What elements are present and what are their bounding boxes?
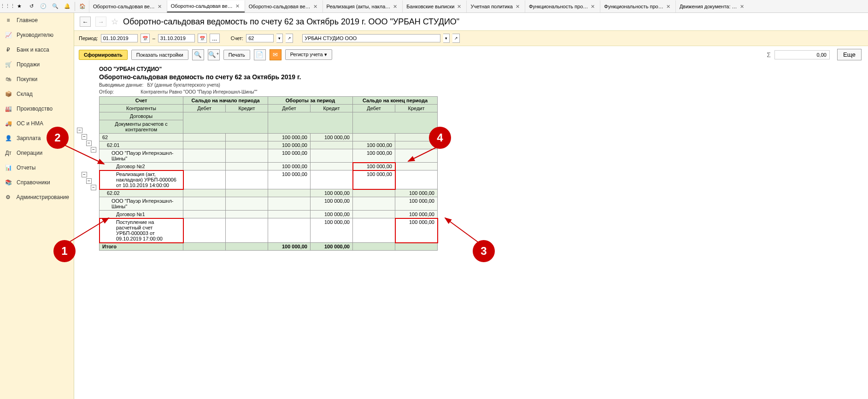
report-cell-label[interactable]: Договор №2 [100,163,183,170]
report-cell-value: 100 000,00 [268,163,311,170]
favorite-icon[interactable]: ☆ [111,17,118,27]
report-cell-label[interactable]: 62.02 [100,189,183,197]
tree-toggle[interactable]: − [91,147,96,153]
history-icon[interactable]: 🕘 [38,1,49,12]
report-cell-value: 100 000,00 [311,189,353,197]
account-dropdown[interactable]: ▾ [276,34,283,43]
email-button[interactable]: ✉ [270,49,282,60]
tree-toggle[interactable]: − [82,134,87,140]
account-input[interactable] [246,34,274,42]
report-cell-value [183,170,226,189]
report-cell-value [226,163,268,170]
tree-toggle[interactable]: − [86,178,92,184]
sidebar-item[interactable]: ДтОперации [0,146,74,160]
sidebar-item[interactable]: 🏭Производство [0,101,74,116]
calendar-from-icon[interactable]: 📅 [141,34,150,43]
settings-button[interactable]: Показать настройки [131,50,188,60]
date-from-input[interactable] [101,34,138,42]
report-cell-value [353,134,395,141]
report-cell-label[interactable]: 62.01 [100,141,183,149]
main-layout: ≡Главное📈Руководителю₽Банк и касса🛒Прода… [0,13,868,399]
report-cell-value [226,211,268,218]
report-cell-value [311,141,353,149]
account-open-button[interactable]: ↗ [286,34,293,43]
tab[interactable]: Учетная политика✕ [466,0,524,12]
tab[interactable]: Банковские выписки✕ [402,0,466,12]
find-button[interactable]: 🔍 [192,49,204,60]
more-button[interactable]: Еще [837,49,862,60]
organization-input[interactable] [302,34,440,42]
close-icon[interactable]: ✕ [457,4,463,9]
sidebar-item[interactable]: ⚙Администрирование [0,190,74,205]
close-icon[interactable]: ✕ [393,4,399,9]
date-to-input[interactable] [158,34,195,42]
tree-toggle[interactable]: − [86,141,92,146]
search-icon[interactable]: 🔍 [50,1,61,12]
sidebar-label: Операции [17,150,42,156]
register-button[interactable]: Регистр учета ▾ [285,49,332,60]
notifications-icon[interactable]: 🔔 [62,1,73,12]
sidebar-item[interactable]: 📚Справочники [0,175,74,190]
report-cell-value: 100 000,00 [395,197,438,211]
report-cell-label[interactable]: Поступление на расчетный счет УРБП-00000… [100,218,183,243]
calendar-to-icon[interactable]: 📅 [198,34,207,43]
tab[interactable]: Оборотно-сальдовая ве…✕ [167,0,245,12]
forward-button: → [95,17,106,27]
sidebar-label: Склад [17,91,33,97]
org-dropdown[interactable]: ▾ [443,34,450,43]
close-icon[interactable]: ✕ [158,4,163,9]
save-pdf-button[interactable]: 📄 [254,49,266,60]
close-icon[interactable]: ✕ [740,4,745,9]
report-cell-value: 100 000,00 [311,218,353,243]
form-button[interactable]: Сформировать [79,50,128,60]
sidebar-icon: 🚚 [5,120,12,127]
sidebar-item[interactable]: 🛒Продажи [0,57,74,72]
report-cell-value [353,197,395,211]
report-cell-label[interactable]: Реализация (акт, накладная) УРБП-000006 … [100,170,183,189]
close-icon[interactable]: ✕ [516,4,521,9]
sidebar-item[interactable]: 📊Отчеты [0,160,74,175]
sidebar-item[interactable]: ₽Банк и касса [0,42,74,57]
print-button[interactable]: Печать [223,50,250,60]
tab[interactable]: Оборотно-сальдовая ве…✕ [89,0,167,12]
favorite-star-icon[interactable]: ★ [14,1,25,12]
tab[interactable]: Движения документа: …✕ [675,0,749,12]
period-more-button[interactable]: ... [210,34,220,43]
sidebar-label: ОС и НМА [17,120,43,127]
report-area: ООО "УРБАН СТУДИО" Оборотно-сальдовая ве… [74,63,868,399]
close-icon[interactable]: ✕ [591,4,596,9]
sidebar-icon: ≡ [5,17,12,24]
sum-value: 0,00 [774,50,830,59]
tab[interactable]: Оборотно-сальдовая ве…✕ [245,0,323,12]
tree-toggle[interactable]: − [91,185,96,190]
tab[interactable]: Реализация (акты, накла…✕ [323,0,403,12]
home-icon[interactable]: 🏠 [77,1,88,12]
report-cell-value [183,163,226,170]
report-cell-value [226,170,268,189]
report-cell-label[interactable]: ООО "Пауэр Интернэшнл-Шины" [100,149,183,163]
apps-grid-icon[interactable]: ⋮⋮⋮ [2,1,13,12]
report-cell-label[interactable]: 62 [100,134,183,141]
report-cell-value: 100 000,00 [395,211,438,218]
sidebar-item[interactable]: 📦Склад [0,87,74,101]
report-cell-value: 100 000,00 [268,141,311,149]
tree-toggle[interactable]: − [77,128,82,133]
org-open-button[interactable]: ↗ [452,34,460,43]
sidebar-item[interactable]: ≡Главное [0,13,74,28]
tab[interactable]: Функциональность про…✕ [525,0,600,12]
close-icon[interactable]: ✕ [235,3,241,9]
find-plus-button[interactable]: 🔍⁺ [208,49,220,60]
close-icon[interactable]: ✕ [313,4,319,9]
back-button[interactable]: ← [80,17,91,27]
report-cell-value [268,197,311,211]
report-cell-label[interactable]: Договор №1 [100,211,183,218]
sidebar-label: Продажи [17,61,40,68]
close-icon[interactable]: ✕ [666,4,672,9]
sidebar-item[interactable]: 📈Руководителю [0,28,74,42]
nav-back-icon[interactable]: ↺ [26,1,37,12]
report-cell-label[interactable]: ООО "Пауэр Интернэшнл-Шины" [100,197,183,211]
sidebar-item[interactable]: 🛍Покупки [0,72,74,87]
tab[interactable]: Функциональность про…✕ [600,0,675,12]
tree-toggle[interactable]: − [82,172,87,177]
sidebar-label: Главное [17,17,38,23]
